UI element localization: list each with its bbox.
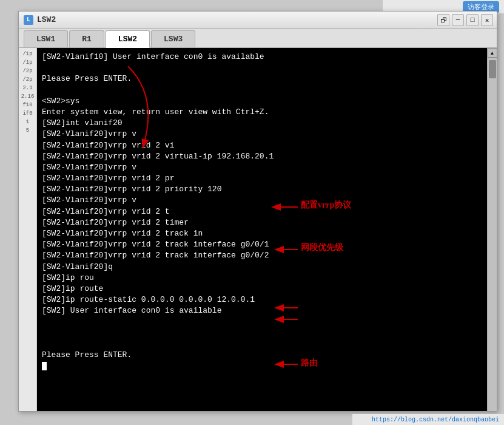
scrollbar[interactable]: ▲ xyxy=(487,48,497,411)
tab-lsw3[interactable]: LSW3 xyxy=(151,30,195,47)
terminal-line-track2: [SW2-Vlanif20]vrrp vrid 2 track interfac… xyxy=(42,240,269,249)
side-item: 2.16 xyxy=(20,93,35,100)
restore-button[interactable]: 🗗 xyxy=(437,14,449,26)
terminal-line-vrrp6: [SW2-Vlanif20]vrrp vrid 2 priority 120 xyxy=(42,185,221,194)
terminal-line-vrrp8: [SW2-Vlanif20]vrrp vrid 2 t xyxy=(42,207,170,216)
terminal-line-0: [SW2-Vlanif10] User interface con0 is av… xyxy=(42,52,264,61)
terminal-line-avail: [SW2] User interface con0 is available xyxy=(42,306,221,315)
side-item: /2p xyxy=(20,76,35,83)
tab-lsw2[interactable]: LSW2 xyxy=(106,30,150,48)
side-item: /1p xyxy=(20,59,35,66)
side-panel: /1p /1p /2p /2p 2.1 2.16 f10 if0 1 5 xyxy=(19,48,37,411)
maximize-button[interactable]: □ xyxy=(466,14,479,26)
terminal-line-vrrp5: [SW2-Vlanif20]vrrp vrid 2 pr xyxy=(42,174,174,183)
terminal-line-ip1: [SW2]ip rou xyxy=(42,273,94,282)
window-icon: L xyxy=(24,15,33,25)
terminal[interactable]: [SW2-Vlanif10] User interface con0 is av… xyxy=(37,48,487,411)
side-item: /2p xyxy=(20,67,35,75)
side-item: 5 xyxy=(20,127,35,134)
cursor xyxy=(42,362,47,370)
terminal-line-vrrp3: [SW2-Vlanif20]vrrp vrid 2 virtual-ip 192… xyxy=(42,152,274,161)
terminal-line-vrrp1: [SW2-Vlanif20]vrrp v xyxy=(42,129,136,138)
side-item: 2.1 xyxy=(20,84,35,92)
minimize-button[interactable]: ─ xyxy=(452,14,464,26)
title-bar: L LSW2 🗗 ─ □ ✕ xyxy=(19,12,497,29)
scrollbar-thumb[interactable] xyxy=(489,60,496,78)
terminal-line-enter: Enter system view, return user view with… xyxy=(42,107,269,117)
terminal-line-vrrp2: [SW2-Vlanif20]vrrp vrid 2 vi xyxy=(42,141,174,150)
terminal-line-quit: [SW2-Vlanif20]q xyxy=(42,262,113,271)
terminal-line-sys: <SW2>sys xyxy=(42,97,79,106)
side-item: /1p xyxy=(20,50,35,58)
close-button[interactable]: ✕ xyxy=(481,14,493,26)
terminal-line-track3: [SW2-Vlanif20]vrrp vrid 2 track interfac… xyxy=(42,251,269,260)
terminal-line-vrrp4: [SW2-Vlanif20]vrrp v xyxy=(42,163,136,172)
terminal-line-track1: [SW2-Vlanif20]vrrp vrid 2 track in xyxy=(42,229,203,238)
side-item: f10 xyxy=(20,101,35,109)
tab-r1[interactable]: R1 xyxy=(69,30,104,47)
terminal-line-please1: Please Press ENTER. xyxy=(42,74,132,83)
terminal-line-ip3: [SW2]ip route-static 0.0.0.0 0.0.0.0 12.… xyxy=(42,295,255,304)
terminal-line-vrrp9: [SW2-Vlanif20]vrrp vrid 2 timer xyxy=(42,218,189,227)
terminal-line-please2: Please Press ENTER. xyxy=(42,350,132,359)
main-window: L LSW2 🗗 ─ □ ✕ LSW1 R1 LSW2 LSW3 /1p /1p… xyxy=(18,11,497,412)
window-controls[interactable]: 🗗 ─ □ ✕ xyxy=(437,14,493,26)
bottom-bar: https://blog.csdn.net/daxionqbaobei xyxy=(352,414,504,425)
scroll-up[interactable]: ▲ xyxy=(488,48,497,58)
terminal-wrapper: [SW2-Vlanif10] User interface con0 is av… xyxy=(37,48,487,411)
terminal-line-int: [SW2]int vlanif20 xyxy=(42,118,123,127)
terminal-line-ip2: [SW2]ip route xyxy=(42,284,103,293)
tab-lsw1[interactable]: LSW1 xyxy=(24,30,68,47)
tab-bar: LSW1 R1 LSW2 LSW3 xyxy=(19,29,497,48)
window-title: LSW2 xyxy=(37,15,56,24)
url-label: https://blog.csdn.net/daxionqbaobei xyxy=(372,416,499,423)
terminal-line-vrrp7: [SW2-Vlanif20]vrrp v xyxy=(42,195,136,205)
side-item: 1 xyxy=(20,118,35,126)
side-item: if0 xyxy=(20,110,35,117)
content-area: /1p /1p /2p /2p 2.1 2.16 f10 if0 1 5 [SW… xyxy=(19,48,497,411)
